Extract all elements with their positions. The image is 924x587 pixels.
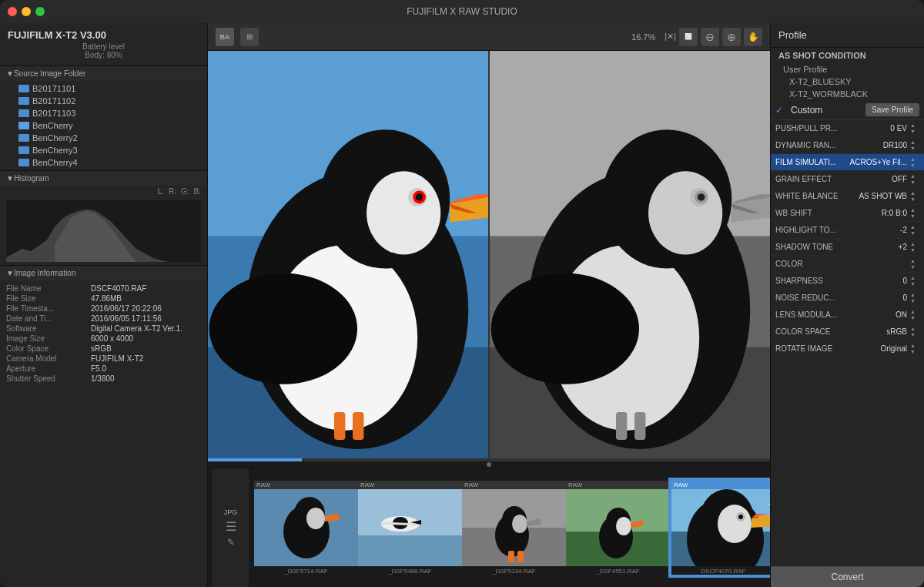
film-item[interactable]: RAW _DSF5714.RAF bbox=[254, 481, 358, 575]
grid-icon[interactable]: ⊞ bbox=[240, 28, 259, 46]
histogram-canvas bbox=[6, 200, 201, 262]
profile-title: Profile bbox=[778, 29, 916, 41]
source-folder-section[interactable]: ▼Source Image Folder bbox=[0, 66, 207, 81]
film-item[interactable]: RAW _DSF4551.RAF bbox=[566, 481, 670, 575]
highlight-tone-stepper[interactable]: ▲ ▼ bbox=[910, 224, 919, 236]
folder-item[interactable]: B20171103 bbox=[0, 107, 207, 119]
wb-shift-stepper[interactable]: ▲ ▼ bbox=[910, 207, 919, 219]
folder-item[interactable]: BenCherry bbox=[0, 119, 207, 132]
setting-grain-effect[interactable]: GRAIN EFFECT OFF ▲ ▼ bbox=[771, 171, 924, 188]
close-button[interactable] bbox=[8, 7, 17, 16]
film-item-selected[interactable]: RAW ✦ bbox=[670, 479, 770, 576]
svg-point-54 bbox=[512, 515, 527, 533]
lens-modulation-stepper[interactable]: ▲ ▼ bbox=[910, 309, 919, 320]
info-row: Software Digital Camera X-T2 Ver.1. bbox=[6, 324, 201, 334]
as-shot-condition: AS SHOT CONDITION bbox=[771, 48, 924, 63]
setting-dynamic-range[interactable]: DYNAMIC RAN... DR100 ▲ ▼ bbox=[771, 137, 924, 154]
sharpness-stepper[interactable]: ▲ ▼ bbox=[910, 275, 919, 287]
svg-point-17 bbox=[209, 273, 357, 384]
film-item[interactable]: RAW _DSF5134.RAF bbox=[462, 481, 566, 575]
maximize-button[interactable] bbox=[35, 7, 45, 16]
svg-point-30 bbox=[698, 193, 705, 201]
svg-rect-37 bbox=[634, 412, 645, 440]
custom-label[interactable]: Custom bbox=[791, 105, 862, 116]
info-row: Date and Ti... 2016/06/05 17:11:56 bbox=[6, 314, 201, 324]
title-bar: FUJIFILM X RAW STUDIO bbox=[0, 0, 924, 23]
filmstrip-left-panel: JPG ☰ ✎ bbox=[212, 468, 250, 587]
setting-wb-shift[interactable]: WB SHIFT R:0 B:0 ▲ ▼ bbox=[771, 205, 924, 222]
color-stepper[interactable]: ▲ ▼ bbox=[910, 258, 919, 270]
folder-item[interactable]: BenCherry2 bbox=[0, 132, 207, 144]
setting-sharpness[interactable]: SHARPNESS 0 ▲ ▼ bbox=[771, 273, 924, 290]
toolbar: BA ⊞ 16.7% |✕| ⬜ ⊖ ⊕ ✋ bbox=[208, 23, 770, 51]
svg-point-9 bbox=[367, 171, 440, 254]
left-sidebar: FUJIFILM X-T2 V3.00 Battery level Body: … bbox=[0, 23, 208, 587]
custom-bar: ✓ Custom Save Profile bbox=[771, 100, 924, 120]
setting-color[interactable]: COLOR ▲ ▼ bbox=[771, 256, 924, 273]
app-title: FUJIFILM X RAW STUDIO bbox=[407, 6, 517, 17]
film-filename: _DSF5488.RAF bbox=[388, 568, 431, 575]
jpg-icon: JPG bbox=[224, 508, 238, 516]
svg-point-72 bbox=[738, 515, 743, 519]
setting-rotate-image[interactable]: ROTATE IMAGE Original ▲ ▼ bbox=[771, 340, 924, 357]
pan-icon[interactable]: ✋ bbox=[744, 28, 762, 46]
folder-item[interactable]: BenCherry3 bbox=[0, 144, 207, 156]
noise-reduction-stepper[interactable]: ▲ ▼ bbox=[910, 292, 919, 304]
save-profile-button[interactable]: Save Profile bbox=[865, 103, 919, 116]
folder-item[interactable]: BenCherry4 bbox=[0, 156, 207, 169]
image-info-header[interactable]: ▼Image Information bbox=[0, 266, 207, 280]
profile-option-bluesky[interactable]: X-T2_BLUESKY bbox=[771, 75, 924, 88]
film-filename: _DSF5714.RAF bbox=[284, 568, 327, 575]
shadow-tone-stepper[interactable]: ▲ ▼ bbox=[910, 241, 919, 253]
film-simulation-stepper[interactable]: ▲ ▼ bbox=[910, 156, 919, 168]
white-balance-stepper[interactable]: ▲ ▼ bbox=[910, 190, 919, 202]
setting-push-pull[interactable]: PUSH/PULL PR... 0 EV ▲ ▼ bbox=[771, 120, 924, 137]
filmstrip-edit-icon[interactable]: ✎ bbox=[227, 537, 235, 548]
setting-color-space[interactable]: COLOR SPACE sRGB ▲ ▼ bbox=[771, 324, 924, 340]
info-row: Aperture F5.0 bbox=[6, 364, 201, 374]
folder-item[interactable]: B20171101 bbox=[0, 82, 207, 95]
grain-effect-stepper[interactable]: ▲ ▼ bbox=[910, 173, 919, 185]
minimize-button[interactable] bbox=[22, 7, 31, 16]
app-header: FUJIFILM X-T2 V3.00 Battery level Body: … bbox=[0, 23, 207, 66]
star-badge: ✦ bbox=[768, 500, 770, 508]
svg-point-27 bbox=[648, 171, 722, 254]
dynamic-range-stepper[interactable]: ▲ ▼ bbox=[910, 139, 919, 151]
progress-fill bbox=[208, 458, 302, 461]
user-profile-label: User Profile bbox=[771, 63, 924, 75]
profile-option-wormblack[interactable]: X-T2_WORMBLACK bbox=[771, 88, 924, 100]
histogram-channels: L: R: G: B: bbox=[0, 186, 207, 197]
setting-noise-reduction[interactable]: NOISE REDUC... 0 ▲ ▼ bbox=[771, 290, 924, 307]
setting-shadow-tone[interactable]: SHADOW TONE +2 ▲ ▼ bbox=[771, 239, 924, 256]
film-label: RAW bbox=[671, 481, 770, 489]
image-info-section: ▼Image Information File Name DSCF4070.RA… bbox=[0, 265, 207, 587]
color-space-stepper[interactable]: ▲ ▼ bbox=[910, 326, 919, 337]
ruler-icon: |✕| bbox=[665, 32, 676, 42]
svg-rect-19 bbox=[353, 412, 363, 440]
folder-item[interactable]: B20171102 bbox=[0, 95, 207, 107]
convert-button[interactable]: Convert bbox=[771, 566, 924, 587]
svg-rect-45 bbox=[358, 535, 462, 566]
rotate-image-stepper[interactable]: ▲ ▼ bbox=[910, 343, 919, 354]
traffic-lights bbox=[8, 7, 45, 16]
profile-header: Profile bbox=[771, 23, 924, 48]
setting-lens-modulation[interactable]: LENS MODULA... ON ▲ ▼ bbox=[771, 307, 924, 324]
app-name: FUJIFILM X-T2 V3.00 bbox=[8, 29, 199, 41]
filmstrip-list-icon[interactable]: ☰ bbox=[226, 519, 236, 534]
zoom-fit-icon[interactable]: ⬜ bbox=[679, 28, 698, 46]
setting-white-balance[interactable]: WHITE BALANCE AS SHOT WB ▲ ▼ bbox=[771, 188, 924, 205]
info-row: Camera Model FUJIFILM X-T2 bbox=[6, 354, 201, 364]
setting-film-simulation[interactable]: FILM SIMULATI... ACROS+Ye Fil... ▲ ▼ bbox=[771, 154, 924, 171]
center-content: BA ⊞ 16.7% |✕| ⬜ ⊖ ⊕ ✋ bbox=[208, 23, 770, 587]
processed-image-panel bbox=[490, 51, 770, 458]
info-row: File Name DSCF4070.RAF bbox=[6, 283, 201, 294]
view-toggle-icon[interactable]: BA bbox=[216, 28, 234, 46]
zoom-in-icon[interactable]: ⊕ bbox=[722, 28, 741, 46]
svg-rect-36 bbox=[616, 412, 627, 440]
setting-highlight-tone[interactable]: HIGHLIGHT TO... -2 ▲ ▼ bbox=[771, 222, 924, 239]
info-row: File Timesta... 2016/06/17 20:22:06 bbox=[6, 304, 201, 314]
zoom-out-icon[interactable]: ⊖ bbox=[701, 28, 719, 46]
film-item[interactable]: RAW _DSF5488.RAF bbox=[358, 481, 462, 575]
histogram-header[interactable]: ▼Histogram bbox=[0, 171, 207, 186]
push-pull-stepper[interactable]: ▲ ▼ bbox=[910, 122, 919, 134]
